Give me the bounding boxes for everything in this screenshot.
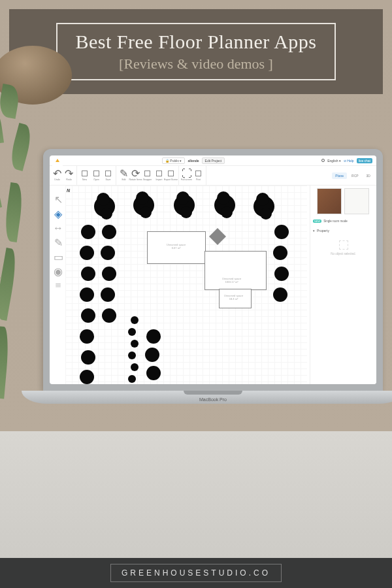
compass-icon: N [67, 188, 70, 193]
material-swatch-wood[interactable] [317, 188, 342, 214]
publish-dropdown[interactable]: 🔒 Public ▾ [162, 157, 185, 164]
footer-brand: GREENHOUSESTUDIO.CO [110, 564, 282, 582]
app-toolbar: ↶Undo ↷Redo New Open Save ✎Edit ⟳Rotate … [50, 166, 376, 186]
tab-3d[interactable]: 3D [363, 172, 374, 179]
main-title: Best Free Floor Planner Apps [76, 31, 317, 53]
print-button[interactable]: Print [193, 171, 204, 181]
floorplan-canvas[interactable]: N [65, 186, 307, 384]
redo-button[interactable]: ↷Redo [63, 171, 74, 181]
single-room-mode[interactable]: NEW Single room mode [313, 220, 348, 223]
laptop-mockup: 🔒 Public ▾ allende Edit Project English … [43, 149, 392, 476]
view-tabs: Plane RCP 3D [332, 172, 376, 179]
footer-bar: GREENHOUSESTUDIO.CO [0, 558, 392, 588]
export-button[interactable]: Export Scene [165, 171, 176, 181]
measure-icon[interactable]: ↔ [54, 223, 63, 233]
layers-icon[interactable]: ≡ [54, 281, 63, 290]
app-screen: 🔒 Public ▾ allende Edit Project English … [50, 155, 376, 384]
snapper-button[interactable]: Snapper [142, 171, 153, 181]
laptop-brand: MacBook Pro [43, 397, 383, 402]
import-button[interactable]: Import [154, 171, 165, 181]
material-swatch-white[interactable] [344, 188, 369, 214]
globe-icon [321, 159, 325, 162]
side-toolbar: ↖ ◈ ↔ ✎ ▭ ◉ ≡ [51, 192, 65, 293]
new-button[interactable]: New [79, 171, 90, 181]
umbrella-icon [209, 228, 226, 245]
cursor-icon[interactable]: ↖ [54, 195, 63, 204]
app-topbar: 🔒 Public ▾ allende Edit Project English … [50, 155, 376, 166]
fullscreen-button[interactable]: ⛶Full screen [181, 171, 192, 181]
chevron-down-icon: ▾ [313, 229, 315, 233]
hanging-plant [0, 46, 82, 124]
open-button[interactable]: Open [91, 171, 102, 181]
livechat-button[interactable]: live chat [357, 158, 372, 163]
room-label: Unnamed space0.07 m² [167, 243, 186, 250]
wall-icon[interactable]: ✎ [54, 238, 63, 247]
tab-rcp[interactable]: RCP [348, 172, 362, 179]
property-header[interactable]: ▾ Property [313, 229, 329, 233]
inspector-panel: NEW Single room mode ▾ Property No objec… [310, 186, 376, 384]
language-dropdown[interactable]: English ▾ [327, 159, 341, 163]
room-icon[interactable]: ▭ [54, 252, 63, 261]
tab-plane[interactable]: Plane [332, 172, 347, 179]
select-icon[interactable]: ◈ [54, 209, 63, 218]
screen-bezel: 🔒 Public ▾ allende Edit Project English … [43, 149, 383, 391]
edit-project-button[interactable]: Edit Project [202, 157, 225, 164]
help-link[interactable]: ⊘ Help [344, 159, 354, 163]
rotate-button[interactable]: ⟳Rotate Items [130, 171, 141, 181]
subtitle: [Reviews & video demos ] [76, 56, 317, 73]
placeholder-icon [339, 240, 348, 250]
title-box: Best Free Floor Planner Apps [Reviews & … [56, 23, 336, 80]
room-label: Unnamed space1059.17 m² [222, 277, 241, 284]
save-button[interactable]: Save [103, 171, 114, 181]
laptop-notch [184, 391, 242, 395]
room-label: Unnamed space18.3 m² [224, 294, 243, 301]
edit-button[interactable]: ✎Edit [118, 171, 129, 181]
new-badge: NEW [313, 220, 321, 223]
undo-button[interactable]: ↶Undo [52, 171, 63, 181]
house-outline[interactable]: Unnamed space0.07 m² Unnamed space1059.1… [147, 231, 268, 310]
camera-icon[interactable]: ◉ [54, 267, 63, 276]
project-name: allende [188, 159, 199, 163]
app-logo[interactable] [52, 155, 63, 166]
empty-selection: No object selected. [310, 240, 376, 255]
